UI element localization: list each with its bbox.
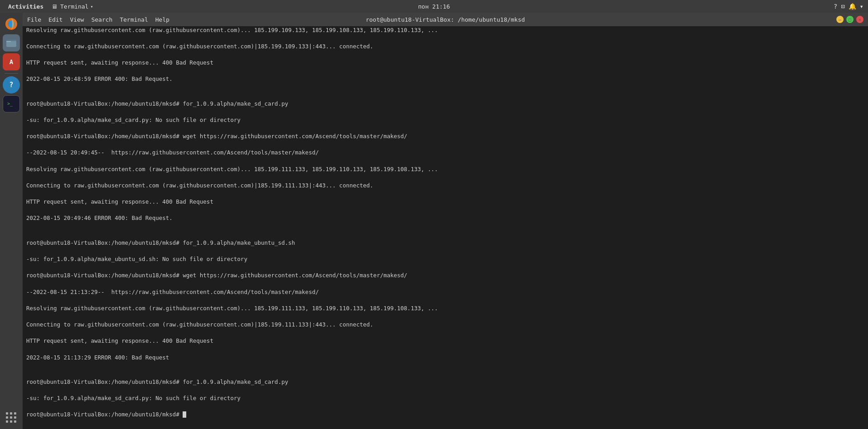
display-tray-icon[interactable]: ⊡	[841, 3, 844, 10]
system-tray: ? ⊡ 🔔 ▾	[834, 3, 863, 10]
system-bar: Activities 🖥 Terminal ▾ пон 21:16 ? ⊡ 🔔 …	[0, 0, 868, 13]
dock-apps-grid[interactable]	[3, 409, 20, 426]
terminal-title: root@ubuntu18-VirtualBox: /home/ubuntu18…	[366, 16, 525, 23]
terminal-line: Connecting to raw.githubusercontent.com …	[26, 42, 864, 51]
grid-icon	[6, 412, 17, 424]
terminal-menu-bar: File Edit View Search Terminal Help	[27, 16, 170, 23]
terminal-line: Connecting to raw.githubusercontent.com …	[26, 321, 864, 329]
terminal-line: Resolving raw.githubusercontent.com (raw…	[26, 304, 864, 312]
terminal-line: HTTP request sent, awaiting response... …	[26, 59, 864, 67]
terminal-line: Resolving raw.githubusercontent.com (raw…	[26, 165, 864, 173]
terminal-line: 2022-08-15 21:13:29 ERROR 400: Bad Reque…	[26, 354, 864, 362]
terminal-cursor	[183, 411, 186, 418]
power-tray-icon[interactable]: ▾	[860, 3, 863, 10]
menu-help[interactable]: Help	[156, 16, 170, 23]
terminal-line: root@ubuntu18-VirtualBox:/home/ubuntu18/…	[26, 132, 864, 140]
dock-files[interactable]	[3, 34, 20, 51]
menu-terminal[interactable]: Terminal	[120, 16, 148, 23]
menu-view[interactable]: View	[70, 16, 84, 23]
terminal-line: root@ubuntu18-VirtualBox:/home/ubuntu18/…	[26, 410, 864, 419]
terminal-titlebar: File Edit View Search Terminal Help root…	[23, 13, 868, 26]
window-close-button[interactable]: ✕	[856, 16, 863, 23]
svg-text:>_: >_	[7, 101, 13, 107]
svg-text:?: ?	[9, 81, 13, 89]
menu-search[interactable]: Search	[91, 16, 113, 23]
dock-software-center[interactable]: A	[3, 53, 20, 70]
dock-firefox[interactable]	[3, 15, 20, 33]
application-dock: A ? >_	[0, 13, 23, 429]
terminal-line: --2022-08-15 20:49:45-- https://raw.gith…	[26, 149, 864, 157]
terminal-window: File Edit View Search Terminal Help root…	[23, 13, 868, 429]
terminal-line: Resolving raw.githubusercontent.com (raw…	[26, 26, 864, 34]
terminal-icon: 🖥	[52, 3, 57, 10]
dock-terminal[interactable]: >_	[3, 95, 20, 112]
terminal-line: root@ubuntu18-VirtualBox:/home/ubuntu18/…	[26, 239, 864, 247]
window-maximize-button[interactable]: □	[846, 16, 854, 23]
help-tray-icon[interactable]: ?	[834, 3, 837, 10]
main-area: A ? >_ File	[0, 13, 868, 429]
terminal-menu-button[interactable]: 🖥 Terminal ▾	[49, 2, 96, 11]
terminal-line: -su: for_1.0.9.alpha/make_sd_card.py: No…	[26, 116, 864, 124]
terminal-menu-label: Terminal	[60, 3, 89, 10]
system-bar-left: Activities 🖥 Terminal ▾	[5, 2, 96, 11]
terminal-line: Connecting to raw.githubusercontent.com …	[26, 182, 864, 190]
svg-text:A: A	[9, 58, 14, 65]
terminal-line: root@ubuntu18-VirtualBox:/home/ubuntu18/…	[26, 100, 864, 108]
menu-edit[interactable]: Edit	[48, 16, 62, 23]
svg-rect-4	[6, 40, 16, 41]
activities-button[interactable]: Activities	[5, 2, 47, 11]
window-controls: – □ ✕	[836, 16, 863, 23]
notification-tray-icon[interactable]: 🔔	[849, 3, 856, 10]
terminal-line: root@ubuntu18-VirtualBox:/home/ubuntu18/…	[26, 378, 864, 386]
terminal-line: HTTP request sent, awaiting response... …	[26, 198, 864, 206]
menu-file[interactable]: File	[27, 16, 41, 23]
terminal-line: 2022-08-15 20:48:59 ERROR 400: Bad Reque…	[26, 75, 864, 83]
terminal-line: --2022-08-15 21:13:29-- https://raw.gith…	[26, 288, 864, 296]
window-minimize-button[interactable]: –	[836, 16, 844, 23]
terminal-line: 2022-08-15 20:49:46 ERROR 400: Bad Reque…	[26, 214, 864, 222]
terminal-line: root@ubuntu18-VirtualBox:/home/ubuntu18/…	[26, 271, 864, 280]
terminal-line: HTTP request sent, awaiting response... …	[26, 337, 864, 345]
terminal-output[interactable]: drwxr-xr-x 26 ubuntu18 ubuntu18 4096 авг…	[23, 26, 868, 429]
dock-help[interactable]: ?	[3, 76, 20, 93]
system-clock: пон 21:16	[418, 3, 450, 10]
dock-divider	[5, 73, 18, 74]
terminal-menu-arrow: ▾	[90, 4, 93, 9]
terminal-line: -su: for_1.0.9.alpha/make_sd_card.py: No…	[26, 394, 864, 402]
terminal-line: -su: for_1.0.9.alpha/make_ubuntu_sd.sh: …	[26, 255, 864, 263]
